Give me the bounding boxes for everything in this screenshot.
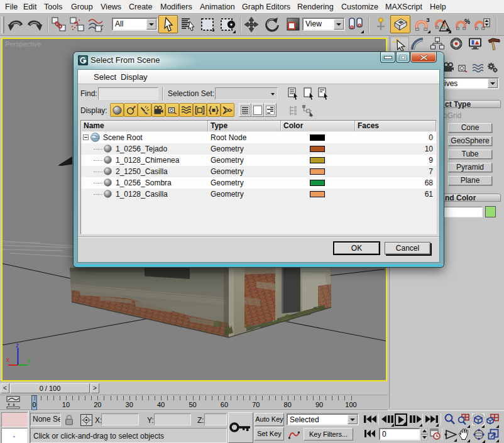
menu-file[interactable]: File (5, 3, 18, 11)
y-coordinate-input[interactable] (154, 413, 191, 425)
table-row[interactable]: 2_1250_Casilla Geometry 7 (81, 166, 436, 177)
selection-lock-icon[interactable] (65, 415, 74, 428)
color-swatch[interactable] (310, 134, 325, 141)
display-cameras-button[interactable] (151, 103, 165, 117)
name-color-rollout-header[interactable]: nd Color (442, 194, 501, 202)
select-all-button[interactable] (302, 87, 315, 101)
percent-snap-toggle-button[interactable]: % (456, 16, 472, 33)
maxscript-mini-listener-white[interactable] (1, 428, 28, 443)
play-animation-button[interactable] (395, 413, 407, 426)
tab-modify[interactable] (409, 36, 428, 51)
expand-tree-icon[interactable] (289, 105, 298, 116)
unlink-selection-button[interactable] (69, 16, 85, 33)
color-swatch[interactable] (310, 191, 325, 197)
tab-create[interactable] (390, 36, 409, 51)
window-crossing-toggle-button[interactable] (219, 16, 236, 33)
color-swatch[interactable] (310, 180, 325, 186)
geosphere-button[interactable]: GeoSphere (448, 136, 492, 146)
zoom-extents-button[interactable] (472, 413, 485, 428)
use-pivot-point-center-button[interactable] (348, 16, 364, 33)
frame-spinner[interactable] (421, 428, 428, 440)
tube-button[interactable]: Tube (448, 150, 492, 159)
display-invert-button[interactable] (264, 103, 277, 117)
column-header-color[interactable]: Color (281, 121, 355, 131)
menu-create[interactable]: Create (129, 3, 153, 11)
object-color-swatch[interactable] (485, 206, 496, 217)
menu-graph-editors[interactable]: Graph Editors (242, 3, 290, 11)
pyramid-button[interactable]: Pyramid (448, 163, 492, 172)
go-to-previous-key-button[interactable] (364, 429, 376, 440)
object-type-rollout-header[interactable]: ct Type (442, 100, 501, 108)
set-key-button[interactable]: Set Key (255, 427, 284, 440)
menu-edit[interactable]: Edit (23, 3, 37, 11)
menu-help[interactable]: Help (430, 3, 446, 11)
bind-to-space-warp-button[interactable] (87, 16, 104, 33)
selection-set-dropdown[interactable] (215, 87, 278, 100)
column-header-name[interactable]: Name (81, 121, 208, 131)
track-bar[interactable]: 0102030405060708090100 (0, 395, 388, 410)
space-warps-category-button[interactable] (472, 63, 483, 72)
maximize-button[interactable] (396, 52, 410, 63)
table-row[interactable]: 1_0256_Tejado Geometry 10 (81, 143, 436, 155)
display-space-warps-button[interactable] (179, 103, 193, 117)
key-filters-button[interactable]: Key Filters... (304, 428, 353, 440)
select-and-manipulate-button[interactable] (373, 16, 389, 33)
select-and-link-button[interactable] (51, 16, 67, 33)
toolbar-grip[interactable] (1, 16, 4, 33)
tab-motion[interactable] (447, 36, 466, 51)
spinner-snap-toggle-button[interactable] (474, 16, 491, 33)
menu-maxscript[interactable]: MAXScript (385, 3, 422, 11)
maxscript-mini-listener-pink[interactable] (1, 412, 28, 427)
collapse-toggle[interactable] (83, 134, 89, 140)
menu-group[interactable]: Group (71, 3, 93, 11)
column-header-type[interactable]: Type (208, 121, 281, 131)
display-lights-button[interactable] (138, 103, 151, 117)
save-selection-set-button[interactable] (287, 87, 300, 101)
keyboard-shortcut-override-button[interactable] (390, 15, 410, 33)
next-frame-button[interactable] (409, 414, 422, 427)
field-of-view-button[interactable] (444, 430, 457, 442)
display-shapes-button[interactable] (124, 103, 138, 117)
select-and-move-button[interactable] (243, 16, 260, 33)
select-children-icon[interactable] (302, 104, 314, 117)
reference-coordinate-system-dropdown[interactable]: View (302, 18, 345, 31)
key-filters-curve-icon[interactable] (288, 429, 300, 440)
display-all-button[interactable] (239, 103, 251, 117)
time-configuration-button[interactable] (430, 429, 441, 442)
cancel-button[interactable]: Cancel (385, 242, 430, 254)
redo-button[interactable] (26, 16, 43, 33)
display-bones-button[interactable] (221, 103, 234, 117)
selection-filter-dropdown[interactable]: All (112, 18, 158, 31)
column-header-faces[interactable]: Faces (355, 121, 436, 131)
display-none-button[interactable] (251, 103, 264, 117)
tab-hierarchy[interactable] (428, 36, 447, 51)
menu-animation[interactable]: Animation (200, 3, 235, 11)
table-row-scene-root[interactable]: Scene Root Root Node 0 (81, 132, 436, 143)
x-coordinate-input[interactable] (101, 413, 139, 425)
find-input[interactable] (98, 87, 158, 100)
systems-category-button[interactable] (487, 62, 498, 73)
display-xrefs-button[interactable] (207, 103, 221, 117)
arc-rotate-button[interactable] (473, 429, 485, 443)
menu-customize[interactable]: Customize (341, 3, 378, 11)
undo-button[interactable] (8, 16, 24, 33)
zoom-button[interactable] (444, 413, 456, 428)
primitives-dropdown-button[interactable] (488, 79, 498, 88)
rectangular-selection-region-button[interactable] (199, 16, 216, 33)
menu-modifiers[interactable]: Modifiers (160, 3, 192, 11)
z-coordinate-input[interactable] (204, 413, 227, 425)
table-row[interactable]: 1_0128_Casilla Geometry 61 (81, 189, 436, 200)
go-to-start-button[interactable] (363, 414, 377, 427)
angle-snap-toggle-button[interactable] (435, 16, 451, 33)
helpers-category-button[interactable] (457, 63, 468, 73)
selection-set-dropdown-arrow[interactable] (271, 93, 275, 96)
dialog-menu-select[interactable]: Select (94, 72, 116, 82)
trackbar-ruler[interactable]: 0102030405060708090100 (0, 395, 388, 411)
key-mode-dropdown[interactable]: Selected (287, 413, 359, 425)
previous-frame-button[interactable] (381, 414, 394, 427)
primitives-category-dropdown[interactable]: ives (441, 77, 499, 89)
ok-button[interactable]: OK (333, 241, 380, 255)
menu-views[interactable]: Views (101, 3, 121, 11)
selection-filter-dropdown-button[interactable] (146, 19, 156, 30)
display-geometry-button[interactable] (110, 103, 124, 117)
